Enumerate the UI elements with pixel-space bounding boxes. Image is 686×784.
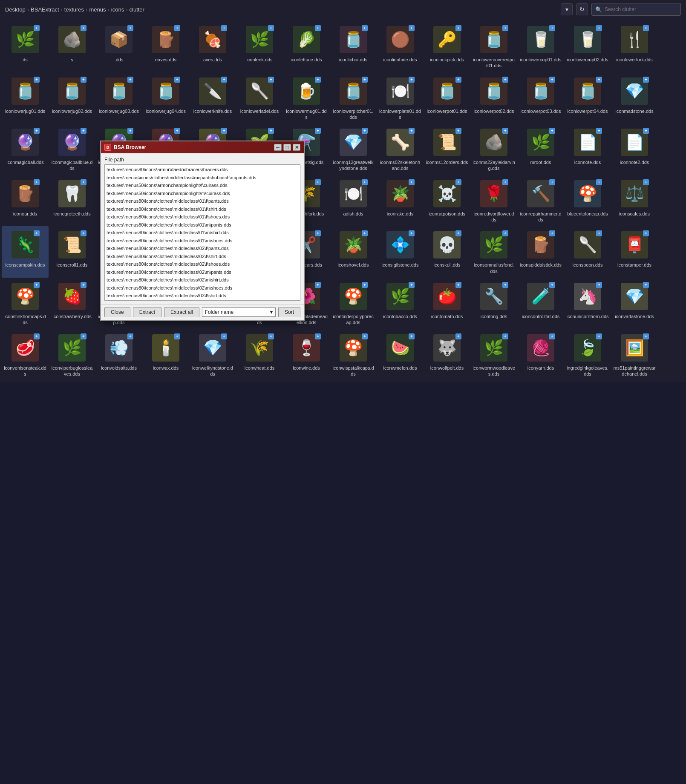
search-input[interactable] [605, 6, 677, 12]
bsa-file-row[interactable]: textures\menus80\icons\clothes\middlecla… [107, 213, 298, 221]
list-item[interactable]: 🔧+icontong.dds [470, 278, 517, 329]
list-item[interactable]: 🍖+aves.dds [189, 21, 236, 72]
list-item[interactable]: 📄+iconnote2.dds [611, 123, 658, 175]
list-item[interactable]: 🌿+iconsomnaliusfond.dds [470, 226, 517, 278]
list-item[interactable]: 🕯️+iconwax.dds [142, 329, 189, 381]
bsa-file-row[interactable]: textures\menus80\icons\armor\daedricbrac… [107, 166, 298, 174]
bsa-file-row[interactable]: textures\menus80\icons\clothes\middlecla… [107, 268, 298, 276]
bsa-file-row[interactable]: textures\menus80\icons\clothes\middlecla… [107, 221, 298, 229]
bsa-file-row[interactable]: textures\menus50\icons\armor\championlig… [107, 181, 298, 190]
list-item[interactable]: 🥩+iconvenisonsteak.dds [2, 329, 49, 381]
list-item[interactable]: 🍷+iconwine.dds [283, 329, 330, 381]
list-item[interactable]: 🫙+iconlowerjug02.dds [49, 72, 95, 124]
breadcrumb-bsaextract[interactable]: BSAExtract [31, 6, 59, 13]
bsa-file-row[interactable]: textures\menus80\icons\clothes\middlecla… [107, 237, 298, 245]
list-item[interactable]: 📜+iconms12orders.dds [424, 123, 470, 175]
list-item[interactable]: 🫙+iconlowerpitcher01.dds [330, 72, 377, 124]
list-item[interactable]: 🫙+iconlowerpot02.dds [470, 72, 517, 124]
list-item[interactable]: 🪵+eaves.dds [142, 21, 189, 72]
bsa-file-row[interactable]: textures\menus80\icons\clothes\middlecla… [107, 292, 298, 300]
list-item[interactable]: 🧶+iconyarn.dds [517, 329, 564, 381]
list-item[interactable]: 💎+iconmadstone.dds [611, 72, 658, 124]
list-item[interactable]: 🍺+iconlowermug01.dds [283, 72, 330, 124]
bsa-file-list[interactable]: textures\menus80\icons\armor\daedricbrac… [104, 164, 300, 301]
list-item[interactable]: 📜+iconscroll1.dds [49, 226, 95, 278]
list-item[interactable]: 🫙+iconlowercoveredpot01.dds [470, 21, 517, 72]
list-item[interactable]: 🔨+iconrepairhammer.dds [517, 175, 564, 227]
list-item[interactable]: ☠️+iconratpoison.dds [424, 175, 470, 227]
sort-button[interactable]: Sort [278, 307, 300, 317]
bsa-file-row[interactable]: textures\menus80\icons\clothes\middlecla… [107, 276, 298, 284]
list-item[interactable]: 🌿+iconwormwoodleaves.dds [470, 329, 517, 381]
list-item[interactable]: 💎+iconmq12greatwelkyndstone.dds [330, 123, 377, 175]
close-button[interactable]: Close [104, 307, 130, 317]
list-item[interactable]: 🦴+iconms02skeletonhand.dds [377, 123, 424, 175]
bsa-file-row[interactable]: textures\menus80\icons\clothes\middlecla… [107, 284, 298, 292]
bsa-file-row[interactable]: textures\menus80\icons\clothes\middlecla… [107, 300, 298, 301]
extract-button[interactable]: Extract [133, 307, 161, 317]
list-item[interactable]: 🧪+iconcontrollfat.dds [517, 278, 564, 329]
list-item[interactable]: 🫙+iconlowerjug03.dds [95, 72, 142, 124]
list-item[interactable]: 🟤+iconlionhide.dds [377, 21, 424, 72]
list-item[interactable]: 🫙+iconlowerpot04.dds [564, 72, 611, 124]
list-item[interactable]: 💎+iconvarlastone.dds [611, 278, 658, 329]
list-item[interactable]: 📮+iconstamper.dds [611, 226, 658, 278]
list-item[interactable]: ⚖️+iconscales.dds [611, 175, 658, 227]
breadcrumb-textures[interactable]: textures [64, 6, 84, 13]
extract-all-button[interactable]: Extract all [164, 307, 199, 317]
breadcrumb-menus[interactable]: menus [89, 6, 106, 13]
list-item[interactable]: 🫙+iconlowerjug01.dds [2, 72, 49, 124]
bsa-close-btn[interactable]: ✕ [293, 144, 300, 151]
bsa-file-row[interactable]: textures\menus\icons\clothes\middleclass… [107, 174, 298, 182]
list-item[interactable]: 🥄+iconlowerladel.dds [236, 72, 283, 124]
list-item[interactable]: 🍄+icontinderpolyporecap.dds [330, 278, 377, 329]
list-item[interactable]: 🫙+iconlowerpot03.dds [517, 72, 564, 124]
bsa-file-row[interactable]: textures\menus80\icons\clothes\middlecla… [107, 253, 298, 261]
list-item[interactable]: 🪴+iconrake.dds [377, 175, 424, 227]
list-item[interactable]: 🪵+iconoar.dds [2, 175, 49, 227]
dropdown-btn[interactable]: ▾ [561, 3, 573, 15]
bsa-file-row[interactable]: textures\menus80\icons\clothes\middlecla… [107, 244, 298, 253]
list-item[interactable]: 💀+iconskull.dds [424, 226, 470, 278]
list-item[interactable]: 🍴+iconlowerfork.dds [611, 21, 658, 72]
list-item[interactable]: 🌿+icontobacco.dds [377, 278, 424, 329]
list-item[interactable]: 🥄+iconspoon.dds [564, 226, 611, 278]
list-item[interactable]: 🌿+iconleek.dds [236, 21, 283, 72]
list-item[interactable]: 📄+iconnote.dds [564, 123, 611, 175]
list-item[interactable]: 🔮+iconmagicball.dds [2, 123, 49, 175]
list-item[interactable]: 🪵+iconspiddalstick.dds [517, 226, 564, 278]
refresh-btn[interactable]: ↻ [576, 3, 588, 15]
list-item[interactable]: 🔪+iconlowerknife.dds [189, 72, 236, 124]
list-item[interactable]: 🫙+iconlowerpot01.dds [424, 72, 470, 124]
list-item[interactable]: 🐺+iconwolfpelt.dds [424, 329, 470, 381]
bsa-minimize-btn[interactable]: ─ [274, 144, 282, 151]
list-item[interactable]: 🦎+iconscampskin.dds [2, 226, 49, 278]
list-item[interactable]: 💠+iconsigilstone.dds [377, 226, 424, 278]
bsa-maximize-btn[interactable]: □ [283, 144, 291, 151]
list-item[interactable]: 🦄+iconunicornhorn.dds [564, 278, 611, 329]
list-item[interactable]: 🌿+ds [2, 21, 49, 72]
list-item[interactable]: 🍄+iconstinkhorncaps.dds [2, 278, 49, 329]
list-item[interactable]: 🪴+iconshovel.dds [330, 226, 377, 278]
bsa-file-row[interactable]: textures\menus80\icons\clothes\middlecla… [107, 229, 298, 237]
list-item[interactable]: 🪨+iconms22ayleidarving.dds [470, 123, 517, 175]
list-item[interactable]: 🍄+blueentoloncap.dds [564, 175, 611, 227]
list-item[interactable]: 💨+iconvoidsalts.dds [95, 329, 142, 381]
list-item[interactable]: 🥛+iconlowercup01.dds [517, 21, 564, 72]
list-item[interactable]: 🌹+iconredwortflower.dds [470, 175, 517, 227]
folder-select[interactable]: Folder name ▾ [202, 307, 276, 317]
list-item[interactable]: 🦷+iconogreteeth.dds [49, 175, 95, 227]
list-item[interactable]: 🍽️+iconlowerplate01.dds [377, 72, 424, 124]
list-item[interactable]: 🔮+iconmagicballblue.dds [49, 123, 95, 175]
bsa-file-row[interactable]: textures\menus50\icons\armor\championlig… [107, 190, 298, 198]
list-item[interactable]: 🍅+icontomato.dds [424, 278, 470, 329]
list-item[interactable]: 🖼️+ms51paintinggrewardchanel.dds [611, 329, 658, 381]
list-item[interactable]: 🍄+iconwispstalkcaps.dds [330, 329, 377, 381]
list-item[interactable]: 🥛+iconlowercup02.dds [564, 21, 611, 72]
list-item[interactable]: 🫙+iconlichor.dds [330, 21, 377, 72]
bsa-file-row[interactable]: textures\menus80\icons\clothes\middlecla… [107, 197, 298, 205]
breadcrumb-icons[interactable]: icons [111, 6, 124, 13]
list-item[interactable]: 🪨+s [49, 21, 95, 72]
list-item[interactable]: 🥬+iconlettuce.dds [283, 21, 330, 72]
bsa-file-row[interactable]: textures\menus80\icons\clothes\middlecla… [107, 205, 298, 213]
